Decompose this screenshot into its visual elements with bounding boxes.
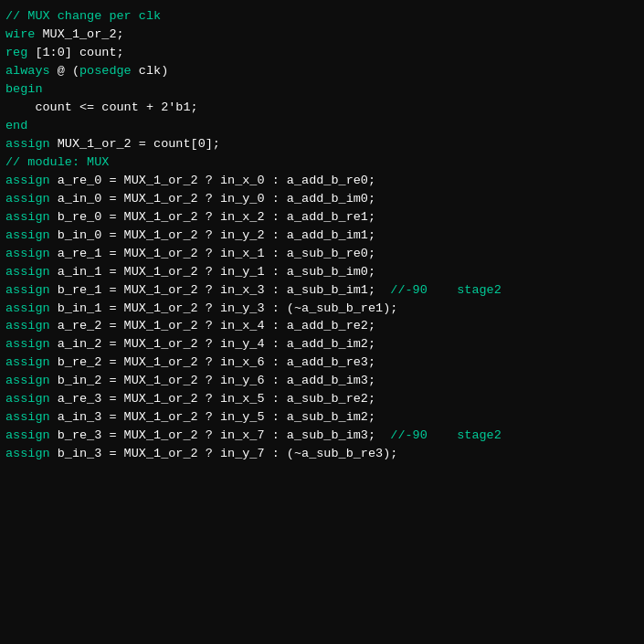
code-line: // MUX change per clk [5,7,639,26]
code-line: end [5,117,639,135]
code-line: assign a_re_2 = MUX_1_or_2 ? in_x_4 : a_… [5,317,639,335]
code-token: MUX_1_or_2 = count[0]; [50,137,220,151]
code-line: assign a_in_3 = MUX_1_or_2 ? in_y_5 : a_… [5,408,639,427]
code-line: assign a_in_0 = MUX_1_or_2 ? in_y_0 : a_… [5,190,639,208]
code-token: //-90 stage2 [390,283,501,297]
code-line: always @ (posedge clk) [5,62,639,80]
code-line: assign b_re_2 = MUX_1_or_2 ? in_x_6 : a_… [5,354,639,372]
code-token: @ ( [50,64,79,78]
code-line: begin [5,80,639,99]
code-line: // module: MUX [5,153,639,172]
code-token: assign [5,247,50,260]
code-token: assign [5,374,50,387]
code-token: wire [5,27,35,41]
code-line: assign a_re_0 = MUX_1_or_2 ? in_x_0 : a_… [5,172,639,190]
code-editor: // MUX change per clkwire MUX_1_or_2;reg… [0,0,644,644]
code-line: assign b_in_2 = MUX_1_or_2 ? in_y_6 : a_… [5,372,639,390]
code-line: wire MUX_1_or_2; [5,26,639,44]
code-token: a_re_0 = MUX_1_or_2 ? in_x_0 : a_add_b_r… [50,174,375,187]
code-token: //-90 stage2 [390,428,501,442]
code-token: a_in_1 = MUX_1_or_2 ? in_y_1 : a_sub_b_i… [50,265,375,279]
code-token: assign [5,428,50,442]
code-token: b_re_2 = MUX_1_or_2 ? in_x_6 : a_add_b_r… [50,355,375,369]
code-token: assign [5,355,50,369]
code-token: a_in_0 = MUX_1_or_2 ? in_y_0 : a_add_b_i… [50,192,375,206]
code-token: assign [5,210,50,224]
code-token: assign [5,137,50,151]
code-line: assign b_in_1 = MUX_1_or_2 ? in_y_3 : (~… [5,300,639,318]
code-token: [1:0] count; [27,46,123,59]
code-token: b_in_2 = MUX_1_or_2 ? in_y_6 : a_add_b_i… [50,374,375,387]
code-token: assign [5,337,50,351]
code-token: end [5,119,27,132]
code-token: assign [5,228,50,242]
code-token: b_re_1 = MUX_1_or_2 ? in_x_3 : a_sub_b_i… [50,283,391,297]
code-line: assign b_re_1 = MUX_1_or_2 ? in_x_3 : a_… [5,281,639,300]
code-line: assign b_re_0 = MUX_1_or_2 ? in_x_2 : a_… [5,208,639,227]
code-token: assign [5,447,50,460]
code-line: assign a_in_2 = MUX_1_or_2 ? in_y_4 : a_… [5,335,639,354]
code-token: b_in_1 = MUX_1_or_2 ? in_y_3 : (~a_sub_b… [50,301,398,315]
code-token: clk) [132,64,169,78]
code-line: assign a_re_3 = MUX_1_or_2 ? in_x_5 : a_… [5,390,639,408]
code-token: a_in_3 = MUX_1_or_2 ? in_y_5 : a_sub_b_i… [50,410,375,424]
code-token: always [5,64,50,78]
code-token: posedge [79,64,132,78]
code-token: // MUX change per clk [5,9,161,23]
code-token: a_in_2 = MUX_1_or_2 ? in_y_4 : a_add_b_i… [50,337,375,351]
code-line: assign b_in_3 = MUX_1_or_2 ? in_y_7 : (~… [5,445,639,463]
code-line: assign a_in_1 = MUX_1_or_2 ? in_y_1 : a_… [5,263,639,281]
code-line: assign b_in_0 = MUX_1_or_2 ? in_y_2 : a_… [5,227,639,245]
code-token: a_re_1 = MUX_1_or_2 ? in_x_1 : a_sub_b_r… [50,247,375,260]
code-token: count <= count + 2'b1; [5,100,198,114]
code-token: assign [5,319,50,333]
code-token: assign [5,283,50,297]
code-token: b_re_0 = MUX_1_or_2 ? in_x_2 : a_add_b_r… [50,210,375,224]
code-token: assign [5,174,50,187]
code-line: reg [1:0] count; [5,44,639,62]
code-token: reg [5,46,27,59]
code-token: assign [5,392,50,406]
code-token: MUX_1_or_2; [35,27,123,41]
code-line: count <= count + 2'b1; [5,99,639,117]
code-token: b_in_3 = MUX_1_or_2 ? in_y_7 : (~a_sub_b… [50,447,398,460]
code-token: assign [5,192,50,206]
code-token: b_in_0 = MUX_1_or_2 ? in_y_2 : a_add_b_i… [50,228,375,242]
code-line: assign MUX_1_or_2 = count[0]; [5,135,639,153]
code-token: assign [5,301,50,315]
code-token: // module: MUX [5,155,109,169]
code-token: assign [5,265,50,279]
code-token: a_re_2 = MUX_1_or_2 ? in_x_4 : a_add_b_r… [50,319,375,333]
code-token: begin [5,82,43,96]
code-token: b_re_3 = MUX_1_or_2 ? in_x_7 : a_sub_b_i… [50,428,391,442]
code-token: a_re_3 = MUX_1_or_2 ? in_x_5 : a_sub_b_r… [50,392,375,406]
code-line: assign a_re_1 = MUX_1_or_2 ? in_x_1 : a_… [5,245,639,263]
code-line: assign b_re_3 = MUX_1_or_2 ? in_x_7 : a_… [5,427,639,445]
code-token: assign [5,410,50,424]
